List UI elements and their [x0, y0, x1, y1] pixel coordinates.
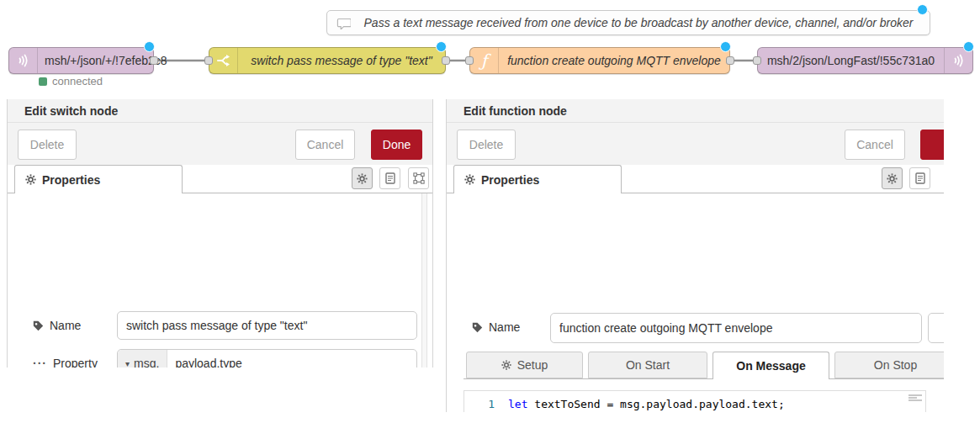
- ellipsis-icon: ···: [33, 357, 47, 368]
- input-port[interactable]: [204, 56, 213, 65]
- gear-icon: [501, 360, 511, 370]
- panel-toolbar: Delete Cancel: [447, 123, 944, 165]
- code-line[interactable]: 1let textToSend = msg.payload.payload.te…: [464, 396, 925, 412]
- modified-indicator: [144, 41, 155, 52]
- panel-tabs: Properties: [447, 165, 944, 193]
- function-form: Name Setup On Start: [447, 193, 944, 412]
- edit-switch-node-panel: Edit switch node Delete Cancel Done Prop…: [7, 99, 433, 368]
- tab-setup[interactable]: Setup: [466, 352, 583, 378]
- tab-on-message[interactable]: On Message: [712, 352, 829, 379]
- name-field-label: Name: [33, 311, 81, 340]
- status-dot: [39, 77, 47, 86]
- tag-icon: [33, 320, 44, 331]
- group-frame-icon: [413, 172, 425, 184]
- property-value[interactable]: payload.type: [167, 357, 249, 368]
- broadcast-icon: [9, 48, 38, 73]
- gear-icon: [464, 174, 475, 185]
- mqtt-in-node-status: connected: [39, 75, 103, 87]
- mqtt-in-node[interactable]: msh/+/json/+/!7efeb2c8: [8, 47, 154, 74]
- name-input[interactable]: [117, 311, 417, 340]
- comment-node[interactable]: Pass a text message received from one de…: [326, 10, 930, 35]
- mqtt-out-node-label: msh/2/json/LongFast/!55c731a0: [758, 54, 944, 67]
- edit-function-node-panel: Edit function node Delete Cancel Propert…: [446, 99, 944, 412]
- status-text: connected: [52, 75, 103, 87]
- tab-properties[interactable]: Properties: [14, 165, 183, 193]
- panel-tabs: Properties: [8, 165, 432, 193]
- property-field-label: ··· Property: [33, 349, 98, 368]
- gear-icon: [25, 174, 36, 185]
- name-input[interactable]: [550, 313, 922, 343]
- name-field-label: Name: [472, 313, 520, 341]
- panel-title: Edit function node: [447, 99, 944, 123]
- modified-indicator: [720, 41, 731, 52]
- modified-indicator: [963, 41, 974, 52]
- gear-icon: [887, 173, 898, 184]
- panel-toolbar: Delete Cancel Done: [8, 123, 432, 165]
- appearance-button[interactable]: [408, 167, 429, 189]
- modified-indicator: [436, 41, 447, 52]
- function-node[interactable]: ƒ function create outgoing MQTT envelope: [469, 47, 730, 74]
- description-button[interactable]: [909, 167, 930, 189]
- document-icon: [385, 172, 395, 184]
- modified-indicator: [917, 4, 928, 15]
- function-icon: ƒ: [470, 48, 499, 73]
- function-tab-row: Setup On Start On Message On Stop: [447, 352, 944, 379]
- property-type-select[interactable]: ▾ msg.: [118, 350, 167, 368]
- vertical-scrollbar[interactable]: [421, 193, 427, 368]
- function-node-label: function create outgoing MQTT envelope: [499, 54, 729, 67]
- done-button[interactable]: Done: [371, 130, 422, 160]
- cancel-button[interactable]: Cancel: [845, 130, 905, 160]
- icon-picker-button[interactable]: [928, 313, 944, 343]
- cancel-button[interactable]: Cancel: [295, 130, 355, 160]
- code-editor[interactable]: 1let textToSend = msg.payload.payload.te…: [464, 390, 926, 412]
- document-icon: [915, 172, 925, 184]
- input-port[interactable]: [753, 56, 761, 65]
- description-button[interactable]: [379, 167, 400, 189]
- tab-on-start[interactable]: On Start: [588, 352, 707, 378]
- tag-icon: [472, 322, 483, 333]
- mqtt-out-node[interactable]: msh/2/json/LongFast/!55c731a0: [757, 47, 973, 74]
- output-port[interactable]: [150, 56, 158, 65]
- done-button[interactable]: [920, 130, 944, 160]
- minimap: [908, 394, 922, 406]
- output-port[interactable]: [726, 56, 734, 65]
- tab-on-stop[interactable]: On Stop: [834, 352, 944, 378]
- switch-node[interactable]: switch pass message of type "text": [209, 47, 446, 74]
- tab-properties-label: Properties: [42, 173, 100, 187]
- delete-button[interactable]: Delete: [18, 130, 77, 160]
- line-number: 1: [464, 396, 508, 412]
- property-typed-input[interactable]: ▾ msg. payload.type: [117, 349, 417, 368]
- settings-button[interactable]: [882, 167, 903, 189]
- chevron-down-icon: ▾: [125, 359, 130, 368]
- flow-canvas[interactable]: Pass a text message received from one de…: [0, 0, 980, 94]
- switch-fork-icon: [209, 48, 238, 73]
- tab-properties[interactable]: Properties: [453, 165, 622, 193]
- input-port[interactable]: [465, 56, 474, 65]
- switch-form: Name ··· Property ▾ msg. payload.type ≡ …: [8, 193, 432, 368]
- tab-baseline: [464, 378, 944, 379]
- settings-button[interactable]: [352, 167, 373, 189]
- gear-icon: [357, 173, 368, 184]
- comment-bubble-icon: [327, 17, 359, 29]
- switch-node-label: switch pass message of type "text": [238, 54, 445, 67]
- output-port[interactable]: [442, 56, 450, 65]
- panel-title: Edit switch node: [8, 99, 432, 123]
- node-red-editor: Pass a text message received from one de…: [0, 0, 980, 439]
- code-lines: 1let textToSend = msg.payload.payload.te…: [464, 396, 925, 412]
- tab-properties-label: Properties: [481, 173, 539, 187]
- delete-button[interactable]: Delete: [457, 130, 516, 160]
- comment-node-label: Pass a text message received from one de…: [359, 16, 930, 29]
